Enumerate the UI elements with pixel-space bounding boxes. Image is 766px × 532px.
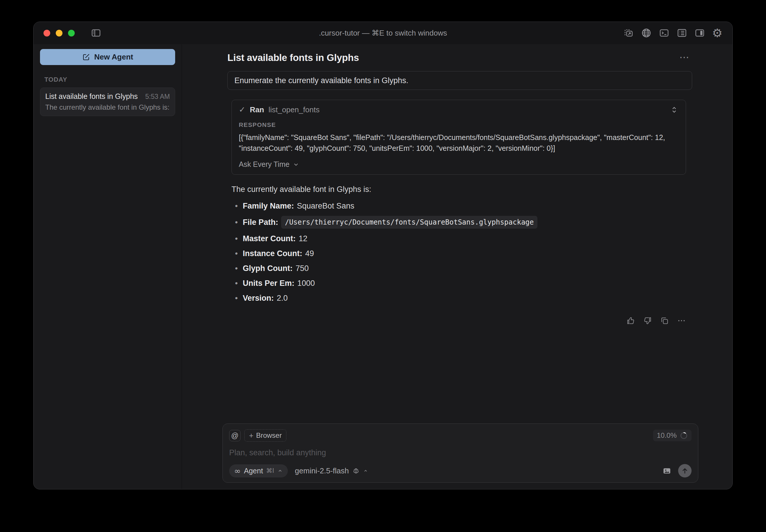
bullet-value: 2.0 (277, 293, 288, 303)
bullet-value: 49 (305, 249, 314, 258)
sidebar: New Agent TODAY List available fonts in … (34, 44, 182, 489)
tool-status-label: Ran (250, 105, 264, 114)
bullet-marker: • (235, 293, 238, 303)
thumbs-down-button[interactable] (643, 316, 652, 325)
user-prompt-text: Enumerate the currently available fonts … (235, 76, 408, 85)
titlebar: .cursor-tutor — ⌘E to switch windows (34, 22, 732, 44)
response-json: [{"familyName": "SquareBot Sans", "fileP… (239, 132, 679, 154)
bullet-label: Version: (243, 293, 274, 303)
tool-call-card: ✓ Ran list_open_fonts RESPONSE [{"family… (232, 100, 686, 175)
font-info-list: • Family Name: SquareBot Sans • File Pat… (232, 201, 692, 303)
answer-intro: The currently available font in Glyphs i… (232, 185, 692, 194)
chevron-up-icon (363, 468, 368, 473)
bullet-marker: • (235, 234, 238, 244)
bullet-marker: • (235, 263, 238, 273)
ask-every-time-dropdown[interactable]: Ask Every Time (239, 160, 300, 169)
bullet-value: SquareBot Sans (297, 201, 354, 211)
today-section-label: TODAY (44, 76, 175, 83)
add-browser-context-chip[interactable]: + Browser (244, 429, 286, 442)
list-item: • Instance Count: 49 (232, 249, 692, 258)
bullet-label: Master Count: (243, 234, 296, 244)
attach-image-button[interactable] (662, 466, 671, 475)
page-title: List available fonts in Glyphs (228, 52, 359, 63)
open-external-window-icon[interactable] (623, 27, 634, 39)
bullet-marker: • (235, 201, 238, 211)
chat-item-time: 5:53 AM (145, 93, 170, 101)
tool-name: list_open_fonts (269, 105, 320, 114)
more-options-button[interactable]: ⋯ (679, 52, 689, 62)
new-agent-label: New Agent (94, 53, 133, 62)
brain-icon (352, 467, 360, 475)
bullet-label: File Path: (243, 217, 278, 227)
assistant-answer: The currently available font in Glyphs i… (232, 175, 692, 308)
ask-every-time-label: Ask Every Time (239, 160, 290, 169)
model-name: gemini-2.5-flash (295, 466, 349, 475)
arrow-up-icon (681, 467, 689, 475)
infinity-icon: ∞ (234, 467, 241, 475)
main-panel: List available fonts in Glyphs ⋯ Enumera… (182, 44, 732, 489)
zoom-window-button[interactable] (68, 30, 75, 36)
context-usage-badge[interactable]: 10.0% (653, 430, 692, 441)
list-item: • Units Per Em: 1000 (232, 278, 692, 288)
file-path-code: /Users/thierryc/Documents/fonts/SquareBo… (281, 216, 538, 229)
panel-right-icon[interactable] (694, 27, 705, 39)
chat-item-preview: The currently available font in Glyphs i… (45, 103, 170, 111)
sidebar-toggle-icon[interactable] (90, 27, 101, 39)
at-mention-button[interactable]: @ (229, 430, 241, 441)
check-icon: ✓ (239, 105, 246, 114)
list-item: • Master Count: 12 (232, 234, 692, 244)
list-item: • Family Name: SquareBot Sans (232, 201, 692, 211)
traffic-lights (43, 30, 75, 36)
message-input[interactable] (229, 448, 692, 457)
bullet-label: Units Per Em: (243, 278, 294, 288)
plus-icon: + (249, 432, 254, 439)
output-log-icon[interactable] (676, 27, 688, 39)
close-window-button[interactable] (43, 30, 50, 36)
chat-item-title: List available fonts in Glyphs (45, 92, 138, 101)
user-prompt-box: Enumerate the currently available fonts … (228, 71, 692, 90)
chevron-up-icon (277, 468, 283, 474)
compose-icon (82, 53, 90, 61)
message-actions (228, 316, 686, 325)
bullet-label: Family Name: (243, 201, 294, 211)
window-title: .cursor-tutor — ⌘E to switch windows (319, 29, 447, 38)
titlebar-actions: ⚙ (623, 27, 723, 39)
expand-collapse-icon[interactable] (670, 105, 679, 114)
context-ring-icon (680, 432, 688, 440)
app-window: .cursor-tutor — ⌘E to switch windows (33, 22, 733, 489)
more-actions-button[interactable] (677, 316, 686, 325)
bullet-marker: • (235, 249, 238, 258)
browser-chip-label: Browser (256, 431, 282, 440)
chat-list-item[interactable]: List available fonts in Glyphs 5:53 AM T… (40, 87, 175, 116)
list-item: • Glyph Count: 750 (232, 263, 692, 273)
thumbs-up-button[interactable] (626, 316, 635, 325)
copy-button[interactable] (660, 316, 669, 325)
agent-mode-pill[interactable]: ∞ Agent ⌘I (229, 464, 288, 477)
bullet-marker: • (235, 278, 238, 288)
minimize-window-button[interactable] (56, 30, 62, 36)
bullet-marker: • (235, 217, 238, 227)
model-selector[interactable]: gemini-2.5-flash (295, 466, 368, 475)
settings-gear-icon[interactable]: ⚙ (712, 27, 723, 39)
composer: @ + Browser 10.0% (223, 423, 698, 483)
chevron-down-icon (293, 161, 300, 168)
context-percent: 10.0% (657, 431, 677, 440)
globe-icon[interactable] (641, 27, 652, 39)
bullet-label: Instance Count: (243, 249, 302, 258)
agent-mode-label: Agent (244, 467, 263, 475)
bullet-value: 12 (299, 234, 307, 244)
list-item: • File Path: /Users/thierryc/Documents/f… (232, 216, 692, 229)
bullet-value: 1000 (298, 278, 315, 288)
bullet-value: 750 (296, 263, 309, 273)
new-agent-button[interactable]: New Agent (40, 49, 175, 65)
list-item: • Version: 2.0 (232, 293, 692, 303)
bullet-label: Glyph Count: (243, 263, 293, 273)
agent-shortcut: ⌘I (266, 467, 274, 474)
response-label: RESPONSE (239, 121, 679, 128)
terminal-icon[interactable] (659, 27, 670, 39)
window-body: New Agent TODAY List available fonts in … (34, 44, 732, 489)
send-button[interactable] (678, 464, 692, 477)
